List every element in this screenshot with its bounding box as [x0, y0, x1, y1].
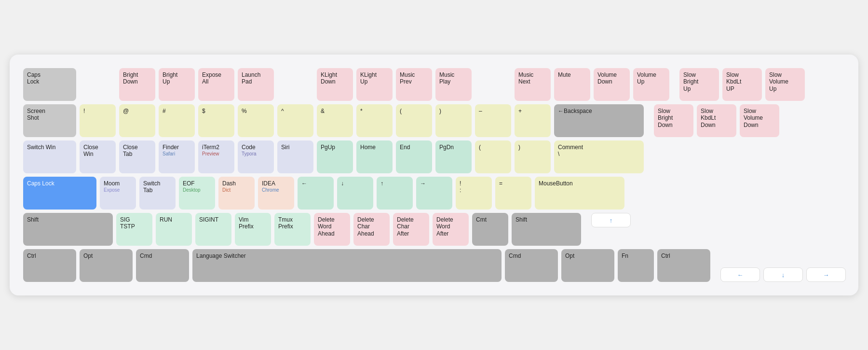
arrow-down-key[interactable]: ↓: [337, 177, 373, 210]
klight-up-key[interactable]: KLightUp: [356, 68, 393, 101]
run-key[interactable]: RUN: [156, 213, 192, 246]
bright-up-key[interactable]: BrightUp: [159, 68, 195, 101]
ctrl-right-key[interactable]: Ctrl: [657, 249, 710, 282]
lparen2-key[interactable]: (: [475, 140, 511, 173]
plus-key[interactable]: +: [515, 104, 551, 137]
cmt-key[interactable]: Cmt: [472, 213, 508, 246]
slow-kbd-lt-up-key[interactable]: SlowKbdLtUP: [722, 68, 762, 101]
hash-key[interactable]: #: [159, 104, 195, 137]
equals-key[interactable]: =: [495, 177, 531, 210]
rparen2-key[interactable]: ): [515, 140, 551, 173]
ctrl-left-key[interactable]: Ctrl: [23, 249, 76, 282]
switch-tab-key[interactable]: SwitchTab: [139, 177, 176, 210]
amp-key[interactable]: &: [317, 104, 353, 137]
klight-down-key[interactable]: KLightDown: [317, 68, 353, 101]
caps-lock-placeholder[interactable]: CapsLock: [23, 68, 76, 101]
home-key[interactable]: Home: [356, 140, 393, 173]
idea-key[interactable]: IDEA Chrome: [258, 177, 294, 210]
arrow-right-bottom-key[interactable]: →: [806, 267, 846, 282]
arrow-right-key[interactable]: →: [416, 177, 452, 210]
pgup-key[interactable]: PgUp: [317, 140, 353, 173]
siri-key[interactable]: Siri: [277, 140, 313, 173]
pgdn-key[interactable]: PgDn: [435, 140, 472, 173]
cmd-left-key[interactable]: Cmd: [136, 249, 189, 282]
arrow-left-bottom-key[interactable]: ←: [720, 267, 760, 282]
sigint-key[interactable]: SIGINT: [195, 213, 231, 246]
slow-bright-up-key[interactable]: SlowBrightUp: [679, 68, 719, 101]
arrow-down-bottom-key[interactable]: ↓: [763, 267, 803, 282]
eof-key[interactable]: EOF Desktop: [179, 177, 215, 210]
shift-left-key[interactable]: Shift: [23, 213, 113, 246]
dollar-key[interactable]: $: [198, 104, 234, 137]
del-word-ahead-key[interactable]: DeleteWordAhead: [314, 213, 350, 246]
arrow-up-key[interactable]: ↑: [377, 177, 413, 210]
del-word-after-key[interactable]: DeleteWordAfter: [433, 213, 469, 246]
tmux-prefix-key[interactable]: TmuxPrefix: [274, 213, 311, 246]
caps-lock-key[interactable]: Caps Lock: [23, 177, 96, 210]
sig-tstp-key[interactable]: SIGTSTP: [116, 213, 152, 246]
finder-key[interactable]: Finder Safari: [159, 140, 195, 173]
music-next-key[interactable]: MusicNext: [515, 68, 551, 101]
mouse-button-key[interactable]: MouseButton: [535, 177, 624, 210]
arrow-up-right-key[interactable]: ↑: [591, 213, 631, 227]
at-key[interactable]: @: [119, 104, 155, 137]
code-key[interactable]: Code Typora: [238, 140, 274, 173]
moom-key[interactable]: Moom Expose: [100, 177, 136, 210]
del-char-after-key[interactable]: DeleteCharAfter: [393, 213, 429, 246]
screenshot-key[interactable]: ScreenShot: [23, 104, 76, 137]
dash-key[interactable]: Dash Dict: [218, 177, 255, 210]
music-play-key[interactable]: MusicPlay: [435, 68, 472, 101]
slow-bright-down-key[interactable]: SlowBrightDown: [654, 104, 693, 137]
excl-key[interactable]: !: [80, 104, 116, 137]
lang-switcher-key[interactable]: Language Switcher: [192, 249, 502, 282]
volume-up-key[interactable]: VolumeUp: [633, 68, 669, 101]
cmd-right-key[interactable]: Cmd: [505, 249, 558, 282]
iterm2-key[interactable]: iTerm2 Preview: [198, 140, 234, 173]
opt-right-key[interactable]: Opt: [561, 249, 614, 282]
bright-down-key[interactable]: BrightDown: [119, 68, 155, 101]
backspace-key[interactable]: ←Backspace: [554, 104, 644, 137]
music-prev-key[interactable]: MusicPrev: [396, 68, 432, 101]
keyboard: CapsLock BrightDown BrightUp ExposeAll L…: [10, 55, 858, 295]
del-char-ahead-key[interactable]: DeleteCharAhead: [353, 213, 390, 246]
arrow-left-key[interactable]: ←: [298, 177, 334, 210]
caret-key[interactable]: ^: [277, 104, 313, 137]
opt-left-key[interactable]: Opt: [80, 249, 133, 282]
minus-key[interactable]: –: [475, 104, 511, 137]
expose-all-key[interactable]: ExposeAll: [198, 68, 234, 101]
slow-volume-up-key[interactable]: SlowVolumeUp: [765, 68, 805, 101]
comment-key[interactable]: Comment \: [554, 140, 644, 173]
rparen-key[interactable]: ): [435, 104, 472, 137]
close-win-key[interactable]: CloseWin: [80, 140, 116, 173]
slow-kbd-lt-down-key[interactable]: SlowKbdLtDown: [697, 104, 736, 137]
mute-key[interactable]: Mute: [554, 68, 590, 101]
shift-right-key[interactable]: Shift: [512, 213, 581, 246]
star-key[interactable]: *: [356, 104, 393, 137]
slow-volume-down-key[interactable]: SlowVolumeDown: [740, 104, 779, 137]
excl-colon-key[interactable]: ! :: [456, 177, 492, 210]
switch-win-key[interactable]: Switch Win: [23, 140, 76, 173]
end-key[interactable]: End: [396, 140, 432, 173]
volume-down-key[interactable]: VolumeDown: [594, 68, 630, 101]
launch-pad-key[interactable]: LaunchPad: [238, 68, 274, 101]
pct-key[interactable]: %: [238, 104, 274, 137]
vim-prefix-key[interactable]: VimPrefix: [235, 213, 271, 246]
lparen-key[interactable]: (: [396, 104, 432, 137]
fn-key[interactable]: Fn: [618, 249, 654, 282]
close-tab-key[interactable]: CloseTab: [119, 140, 155, 173]
